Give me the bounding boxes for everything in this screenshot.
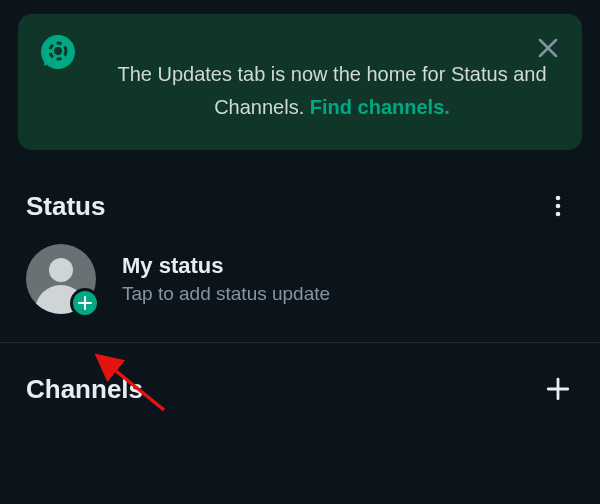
close-icon[interactable] — [534, 34, 562, 62]
svg-point-2 — [54, 47, 62, 55]
my-status-item[interactable]: My status Tap to add status update — [0, 222, 600, 342]
find-channels-link[interactable]: Find channels. — [310, 96, 450, 118]
plus-icon — [545, 376, 571, 402]
info-banner: The Updates tab is now the home for Stat… — [18, 14, 582, 150]
status-section-header: Status — [0, 190, 600, 222]
channels-heading: Channels — [26, 374, 143, 405]
avatar-wrapper — [26, 244, 96, 314]
svg-point-8 — [556, 212, 561, 217]
add-channel-button[interactable] — [542, 373, 574, 405]
add-status-badge[interactable] — [70, 288, 100, 318]
divider — [0, 342, 600, 343]
updates-tab-screen: The Updates tab is now the home for Stat… — [0, 0, 600, 504]
my-status-title: My status — [122, 253, 330, 279]
status-speech-icon — [40, 34, 76, 70]
plus-icon — [76, 294, 94, 312]
channels-section-header: Channels — [0, 373, 600, 405]
my-status-subtitle: Tap to add status update — [122, 283, 330, 305]
status-text-block: My status Tap to add status update — [122, 253, 330, 305]
banner-message: The Updates tab is now the home for Stat… — [104, 36, 560, 124]
kebab-icon — [546, 194, 570, 218]
svg-point-6 — [556, 196, 561, 201]
svg-point-7 — [556, 204, 561, 209]
more-options-button[interactable] — [542, 190, 574, 222]
status-heading: Status — [26, 191, 105, 222]
